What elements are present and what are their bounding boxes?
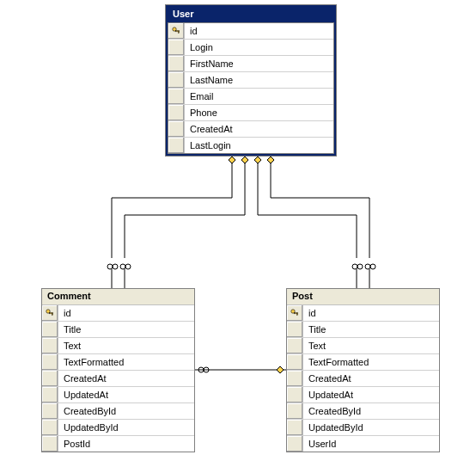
row-stub — [42, 403, 58, 419]
column-row[interactable]: Email — [168, 89, 333, 105]
column-row[interactable]: PostId — [42, 436, 194, 452]
row-stub — [168, 72, 185, 88]
column-name: Text — [58, 338, 194, 353]
column-row[interactable]: LastLogin — [168, 138, 333, 153]
entity-comment[interactable]: Comment id Title Text TextFormatted Crea… — [41, 288, 195, 452]
svg-point-4 — [107, 264, 113, 269]
entity-comment-columns: id Title Text TextFormatted CreatedAt Up… — [42, 305, 194, 452]
svg-point-7 — [125, 264, 131, 269]
row-stub — [42, 436, 58, 452]
key-icon — [287, 305, 303, 321]
column-row[interactable]: FirstName — [168, 56, 333, 72]
row-stub — [42, 338, 58, 353]
row-stub — [287, 322, 303, 337]
svg-point-6 — [120, 264, 125, 269]
column-name: FirstName — [185, 56, 333, 71]
column-row[interactable]: CreatedAt — [168, 121, 333, 138]
column-row[interactable]: id — [168, 23, 333, 40]
column-row[interactable]: TextFormatted — [42, 354, 194, 371]
svg-point-17 — [198, 367, 204, 372]
column-row[interactable]: UpdatedAt — [42, 387, 194, 403]
column-name: UpdatedById — [58, 420, 194, 435]
entity-user[interactable]: User id Login FirstName LastName Email P… — [165, 4, 337, 157]
svg-rect-21 — [178, 32, 179, 34]
column-row[interactable]: TextFormatted — [287, 354, 439, 371]
column-name: UpdatedAt — [58, 387, 194, 402]
column-name: Title — [303, 322, 439, 337]
row-stub — [42, 354, 58, 370]
column-name: LastLogin — [185, 138, 333, 153]
column-row[interactable]: id — [287, 305, 439, 322]
column-name: CreatedAt — [58, 371, 194, 386]
row-stub — [168, 121, 185, 137]
entity-user-columns: id Login FirstName LastName Email Phone … — [168, 22, 334, 154]
column-row[interactable]: UpdatedById — [42, 420, 194, 436]
column-row[interactable]: UserId — [287, 436, 439, 452]
svg-point-8 — [352, 264, 357, 269]
column-name: TextFormatted — [58, 354, 194, 370]
column-name: Title — [58, 322, 194, 337]
row-stub — [168, 89, 185, 104]
column-row[interactable]: UpdatedById — [287, 420, 439, 436]
column-row[interactable]: Login — [168, 40, 333, 56]
svg-point-5 — [113, 264, 118, 269]
column-row[interactable]: CreatedById — [42, 403, 194, 420]
entity-comment-title: Comment — [42, 289, 194, 305]
svg-rect-27 — [296, 314, 297, 316]
column-name: Login — [185, 40, 333, 55]
row-stub — [168, 40, 185, 55]
column-name: CreatedById — [303, 403, 439, 419]
entity-post-title: Post — [287, 289, 439, 305]
entity-user-title: User — [168, 7, 334, 22]
row-stub — [287, 403, 303, 419]
column-name: PostId — [58, 436, 194, 452]
column-name: UserId — [303, 436, 439, 452]
key-icon — [168, 23, 185, 39]
row-stub — [42, 387, 58, 402]
row-stub — [168, 138, 185, 153]
entity-post[interactable]: Post id Title Text TextFormatted Created… — [286, 288, 440, 452]
column-name: CreatedAt — [185, 121, 333, 137]
column-name: UpdatedAt — [303, 387, 439, 402]
column-row[interactable]: Phone — [168, 105, 333, 121]
column-name: UpdatedById — [303, 420, 439, 435]
row-stub — [42, 371, 58, 386]
column-name: Phone — [185, 105, 333, 120]
row-stub — [287, 420, 303, 435]
column-name: id — [303, 305, 439, 321]
column-row[interactable]: Text — [42, 338, 194, 354]
column-row[interactable]: CreatedAt — [42, 371, 194, 387]
column-name: LastName — [185, 72, 333, 88]
column-row[interactable]: Title — [42, 322, 194, 338]
row-stub — [168, 56, 185, 71]
svg-point-9 — [357, 264, 363, 269]
column-row[interactable]: id — [42, 305, 194, 322]
row-stub — [168, 105, 185, 120]
column-name: Email — [185, 89, 333, 104]
svg-point-10 — [365, 264, 370, 269]
column-name: TextFormatted — [303, 354, 439, 370]
column-name: id — [185, 23, 333, 39]
row-stub — [287, 338, 303, 353]
column-name: CreatedAt — [303, 371, 439, 386]
column-row[interactable]: CreatedById — [287, 403, 439, 420]
column-row[interactable]: Title — [287, 322, 439, 338]
column-name: id — [58, 305, 194, 321]
column-row[interactable]: CreatedAt — [287, 371, 439, 387]
svg-rect-24 — [52, 314, 52, 316]
column-name: Text — [303, 338, 439, 353]
column-row[interactable]: UpdatedAt — [287, 387, 439, 403]
entity-post-columns: id Title Text TextFormatted CreatedAt Up… — [287, 305, 439, 452]
column-row[interactable]: LastName — [168, 72, 333, 89]
er-diagram-canvas: User id Login FirstName LastName Email P… — [0, 0, 476, 467]
row-stub — [287, 436, 303, 452]
row-stub — [287, 371, 303, 386]
row-stub — [287, 387, 303, 402]
column-name: CreatedById — [58, 403, 194, 419]
svg-point-11 — [370, 264, 375, 269]
row-stub — [42, 420, 58, 435]
row-stub — [287, 354, 303, 370]
svg-point-18 — [204, 367, 209, 372]
row-stub — [42, 322, 58, 337]
column-row[interactable]: Text — [287, 338, 439, 354]
